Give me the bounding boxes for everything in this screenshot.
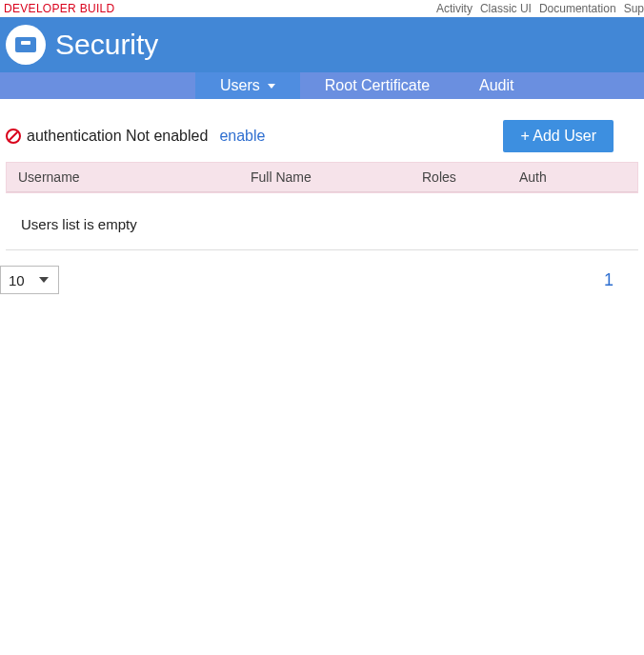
app-logo-icon (6, 25, 46, 65)
page-title: Security (55, 29, 158, 61)
col-fullname[interactable]: Full Name (251, 169, 422, 185)
col-auth[interactable]: Auth (519, 169, 626, 185)
chevron-down-icon (268, 84, 275, 89)
add-user-button[interactable]: + Add User (503, 120, 614, 152)
users-table: Username Full Name Roles Auth (6, 162, 638, 193)
page-size-select[interactable]: 10 (0, 266, 59, 294)
tab-root-cert-label: Root Certificate (325, 77, 430, 94)
auth-status-text: authentication Not enabled (27, 128, 208, 145)
empty-list-message: Users list is empty (6, 193, 638, 250)
tab-audit[interactable]: Audit (454, 72, 538, 99)
tab-bar: Users Root Certificate Audit (0, 72, 644, 99)
col-username[interactable]: Username (18, 169, 251, 185)
nav-activity[interactable]: Activity (436, 2, 473, 15)
developer-build-badge: DEVELOPER BUILD (4, 2, 115, 15)
top-nav: Activity Classic UI Documentation Sup (436, 2, 644, 15)
table-header-row: Username Full Name Roles Auth (7, 163, 637, 192)
dropdown-triangle-icon (39, 277, 49, 283)
enable-auth-link[interactable]: enable (219, 128, 265, 145)
tab-users-label: Users (220, 77, 260, 94)
prohibit-icon (6, 129, 21, 144)
tab-users[interactable]: Users (195, 72, 300, 99)
nav-classic-ui[interactable]: Classic UI (480, 2, 532, 15)
nav-support[interactable]: Sup (624, 2, 644, 15)
nav-documentation[interactable]: Documentation (539, 2, 616, 15)
page-size-value: 10 (9, 272, 25, 288)
page-number[interactable]: 1 (604, 270, 638, 290)
tab-audit-label: Audit (479, 77, 513, 94)
tab-root-certificate[interactable]: Root Certificate (300, 72, 454, 99)
col-roles[interactable]: Roles (422, 169, 519, 185)
page-header: Security (0, 17, 644, 72)
